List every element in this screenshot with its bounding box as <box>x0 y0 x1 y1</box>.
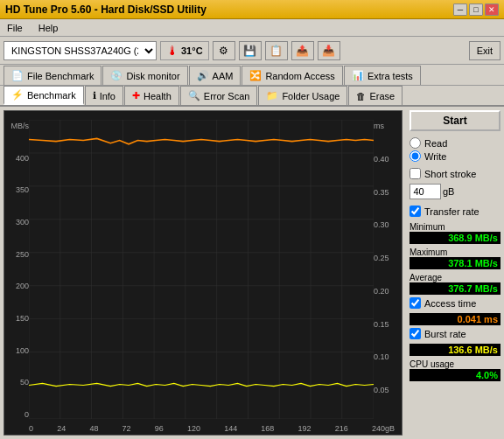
tab-health[interactable]: ✚ Health <box>124 86 179 105</box>
aam-icon: 🔊 <box>197 70 209 81</box>
x-label-24: 24 <box>57 424 66 433</box>
title-bar-text: HD Tune Pro 5.60 - Hard Disk/SSD Utility <box>5 3 206 16</box>
y-label-150: 150 <box>16 314 29 323</box>
radio-write-input[interactable] <box>410 150 421 162</box>
access-time-value: 0.041 ms <box>410 313 500 325</box>
x-label-96: 96 <box>155 424 164 433</box>
x-label-0: 0 <box>29 424 33 433</box>
y-label-200: 200 <box>16 282 29 290</box>
tab-error-scan-label: Error Scan <box>204 91 250 101</box>
y-right-025: 0.25 <box>374 254 389 262</box>
access-time-checkbox[interactable] <box>410 297 421 309</box>
short-stroke-row: gB <box>410 184 500 199</box>
title-bar: HD Tune Pro 5.60 - Hard Disk/SSD Utility… <box>0 0 504 19</box>
x-label-168: 168 <box>261 424 274 433</box>
short-stroke-checkbox-row: Short stroke <box>410 168 500 179</box>
transfer-rate-label: Transfer rate <box>424 206 480 217</box>
access-time-checkbox-row: Access time <box>410 297 500 309</box>
benchmark-icon: ⚡ <box>11 89 24 101</box>
tab-random-access[interactable]: 🔀 Random Access <box>242 66 342 85</box>
chart-svg <box>29 120 374 419</box>
tab-folder-usage-label: Folder Usage <box>282 91 340 101</box>
tab-info-label: Info <box>100 91 116 101</box>
exit-button[interactable]: Exit <box>469 41 500 60</box>
y-right-020: 0.20 <box>374 287 389 296</box>
tab-disk-monitor[interactable]: 💿 Disk monitor <box>102 66 187 85</box>
file-benchmark-icon: 📄 <box>11 70 24 81</box>
x-label-72: 72 <box>122 424 131 433</box>
short-stroke-spinbox[interactable] <box>410 184 441 199</box>
tab-benchmark[interactable]: ⚡ Benchmark <box>4 86 84 105</box>
short-stroke-unit: gB <box>443 186 454 197</box>
drive-select[interactable]: KINGSTON SHSS37A240G (240 gB) <box>4 41 157 60</box>
tab-file-benchmark[interactable]: 📄 File Benchmark <box>4 66 102 85</box>
folder-usage-icon: 📁 <box>266 90 278 101</box>
error-scan-icon: 🔍 <box>188 90 200 101</box>
tab-info[interactable]: ℹ Info <box>85 86 123 105</box>
transfer-rate-checkbox-row: Transfer rate <box>410 206 500 217</box>
access-time-label: Access time <box>424 298 476 309</box>
y-axis-left: MB/s 400 350 300 250 200 150 100 50 0 <box>6 122 29 419</box>
random-access-icon: 🔀 <box>249 70 262 81</box>
burst-rate-value: 136.6 MB/s <box>410 344 500 356</box>
icon-btn-5[interactable]: 📥 <box>318 41 340 60</box>
y-label-mbs: MB/s <box>10 122 29 130</box>
x-label-192: 192 <box>298 424 312 433</box>
radio-read[interactable]: Read <box>410 137 500 149</box>
start-button[interactable]: Start <box>410 110 500 131</box>
short-stroke-checkbox[interactable] <box>410 168 421 179</box>
radio-read-label: Read <box>424 138 447 149</box>
main-content: MB/s 400 350 300 250 200 150 100 50 0 <box>0 107 504 439</box>
cpu-usage-value: 4.0% <box>410 369 500 381</box>
svg-rect-0 <box>29 120 374 419</box>
y-right-010: 0.10 <box>374 352 389 361</box>
tab-aam[interactable]: 🔊 AAM <box>189 66 242 85</box>
radio-group: Read Write <box>410 137 500 162</box>
x-label-120: 120 <box>187 424 200 433</box>
extra-tests-icon: 📊 <box>352 70 364 81</box>
average-value: 376.7 MB/s <box>410 282 500 295</box>
burst-rate-checkbox[interactable] <box>410 328 421 339</box>
radio-write[interactable]: Write <box>410 150 500 162</box>
y-axis-right: ms 0.40 0.35 0.30 0.25 0.20 0.15 0.10 0.… <box>374 122 400 419</box>
y-label-350: 350 <box>16 185 29 194</box>
y-right-035: 0.35 <box>374 188 389 197</box>
maximum-value: 378.1 MB/s <box>410 257 500 269</box>
icon-btn-4[interactable]: 📤 <box>291 41 314 60</box>
menu-help[interactable]: Help <box>35 21 62 35</box>
toolbar: KINGSTON SHSS37A240G (240 gB) 🌡 31°C ⚙ 💾… <box>0 37 504 65</box>
tab-error-scan[interactable]: 🔍 Error Scan <box>180 86 258 105</box>
y-label-100: 100 <box>16 346 29 355</box>
x-label-144: 144 <box>224 424 237 433</box>
maximize-button[interactable]: □ <box>469 3 483 16</box>
tab-row-1: 📄 File Benchmark 💿 Disk monitor 🔊 AAM 🔀 … <box>0 65 504 86</box>
transfer-rate-checkbox[interactable] <box>410 206 421 217</box>
menu-file[interactable]: File <box>4 21 26 35</box>
minimize-button[interactable]: ─ <box>453 3 467 16</box>
tab-aam-label: AAM <box>213 71 234 81</box>
close-button[interactable]: ✕ <box>485 3 499 16</box>
icon-btn-3[interactable]: 📋 <box>265 41 288 60</box>
erase-icon: 🗑 <box>356 91 366 101</box>
icon-btn-2[interactable]: 💾 <box>239 41 262 60</box>
stat-average: Average 376.7 MB/s <box>410 272 500 295</box>
disk-monitor-icon: 💿 <box>110 70 122 81</box>
y-label-50: 50 <box>20 378 29 387</box>
thermometer-icon: 🌡 <box>166 44 178 58</box>
tab-disk-monitor-label: Disk monitor <box>126 71 179 81</box>
tab-extra-tests-label: Extra tests <box>368 71 413 81</box>
y-right-040: 0.40 <box>374 155 389 164</box>
tab-benchmark-label: Benchmark <box>27 90 76 101</box>
radio-read-input[interactable] <box>410 137 421 149</box>
icon-btn-1[interactable]: ⚙ <box>213 41 235 60</box>
cpu-usage-row: CPU usage 4.0% <box>410 359 500 381</box>
tab-erase-label: Erase <box>369 91 395 101</box>
info-icon: ℹ <box>93 90 96 101</box>
tab-file-benchmark-label: File Benchmark <box>27 71 94 81</box>
x-label-216: 216 <box>335 424 348 433</box>
tab-erase[interactable]: 🗑 Erase <box>348 86 402 105</box>
stat-maximum: Maximum 378.1 MB/s <box>410 247 500 269</box>
tab-extra-tests[interactable]: 📊 Extra tests <box>344 66 421 85</box>
tab-folder-usage[interactable]: 📁 Folder Usage <box>258 86 347 105</box>
tab-health-label: Health <box>144 91 172 101</box>
